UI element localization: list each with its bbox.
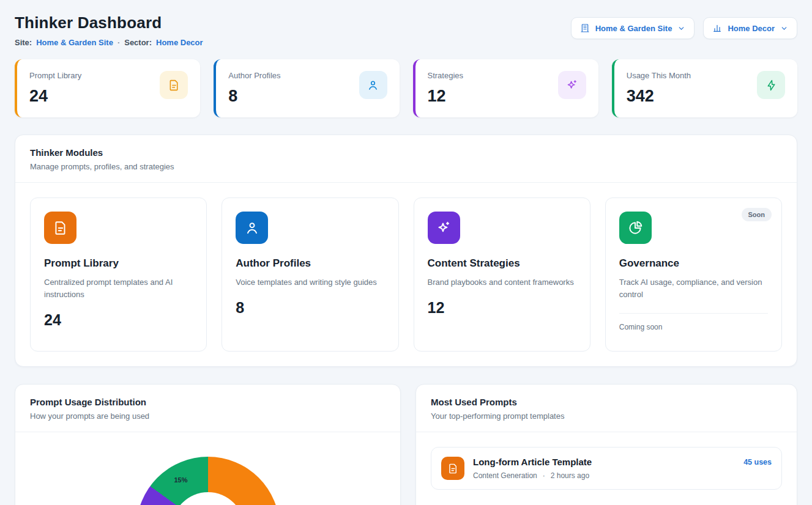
- usage-distribution-card: Prompt Usage Distribution How your promp…: [15, 384, 401, 505]
- module-value: 8: [236, 299, 384, 317]
- usage-card-title: Prompt Usage Distribution: [30, 397, 386, 407]
- module-value: 12: [428, 299, 576, 317]
- soon-badge: Soon: [742, 208, 772, 221]
- prompt-uses-badge: 45 uses: [743, 457, 772, 466]
- sector-selector-dropdown[interactable]: Home Decor: [703, 17, 797, 39]
- donut-chart: 15%: [136, 457, 280, 505]
- prompt-list-item[interactable]: Long-form Article Template Content Gener…: [431, 447, 782, 490]
- document-icon: [441, 457, 464, 480]
- prompt-time: 2 hours ago: [551, 471, 589, 480]
- stat-card-author-profiles: Author Profiles 8: [214, 59, 399, 117]
- sector-label: Sector:: [124, 38, 152, 47]
- prompt-info: Long-form Article Template Content Gener…: [473, 457, 735, 480]
- header-left: Thinker Dashboard Site: Home & Garden Si…: [15, 13, 203, 47]
- sector-selector-value: Home Decor: [728, 24, 775, 33]
- separator-dot: ·: [117, 38, 120, 47]
- module-card-author-profiles[interactable]: Author Profiles Voice templates and writ…: [222, 197, 398, 352]
- module-title: Prompt Library: [44, 257, 193, 270]
- stat-label: Usage This Month: [627, 71, 691, 80]
- page-title: Thinker Dashboard: [15, 13, 203, 32]
- site-selector-dropdown[interactable]: Home & Garden Site: [571, 17, 695, 39]
- stat-value: 12: [428, 87, 464, 106]
- dashboard-page: Thinker Dashboard Site: Home & Garden Si…: [0, 0, 812, 505]
- modules-title: Thinker Modules: [30, 147, 782, 158]
- stat-text: Usage This Month 342: [627, 71, 691, 106]
- most-used-title: Most Used Prompts: [431, 397, 782, 407]
- document-icon: [44, 212, 76, 244]
- module-title: Governance: [619, 257, 768, 270]
- stat-text: Prompt Library 24: [29, 71, 81, 106]
- module-card-governance[interactable]: Soon Governance Track AI usage, complian…: [605, 197, 782, 352]
- modules-subtitle: Manage prompts, profiles, and strategies: [30, 162, 782, 171]
- most-used-header: Most Used Prompts Your top-performing pr…: [416, 385, 797, 432]
- person-icon: [359, 71, 387, 99]
- bar-chart-icon: [712, 23, 722, 33]
- site-label: Site:: [15, 38, 32, 47]
- usage-card-subtitle: How your prompts are being used: [30, 411, 386, 421]
- module-description: Voice templates and writing style guides: [236, 276, 384, 289]
- stat-label: Prompt Library: [29, 71, 81, 80]
- most-used-prompts-card: Most Used Prompts Your top-performing pr…: [415, 384, 797, 505]
- module-card-content-strategies[interactable]: Content Strategies Brand playbooks and c…: [414, 197, 590, 352]
- bottom-row: Prompt Usage Distribution How your promp…: [15, 384, 797, 505]
- document-icon: [160, 71, 188, 99]
- prompt-title: Long-form Article Template: [473, 457, 735, 467]
- module-description: Track AI usage, compliance, and version …: [619, 276, 768, 301]
- sector-link[interactable]: Home Decor: [156, 38, 203, 47]
- breadcrumb: Site: Home & Garden Site · Sector: Home …: [15, 38, 203, 47]
- stat-card-strategies: Strategies 12: [413, 59, 598, 117]
- meta-dot: ·: [543, 471, 545, 480]
- module-title: Author Profiles: [236, 257, 384, 270]
- stats-row: Prompt Library 24 Author Profiles 8 Stra…: [15, 59, 797, 117]
- prompt-meta: Content Generation · 2 hours ago: [473, 471, 735, 480]
- prompt-category: Content Generation: [473, 471, 537, 480]
- most-used-subtitle: Your top-performing prompt templates: [431, 411, 782, 421]
- stat-label: Author Profiles: [228, 71, 280, 80]
- coming-soon-text: Coming soon: [619, 313, 768, 331]
- building-icon: [580, 23, 590, 33]
- donut-slice-label: 15%: [174, 476, 188, 484]
- pie-chart-icon: [619, 212, 652, 244]
- page-header: Thinker Dashboard Site: Home & Garden Si…: [15, 13, 797, 47]
- modules-panel-header: Thinker Modules Manage prompts, profiles…: [15, 135, 797, 183]
- header-selectors: Home & Garden Site Home Decor: [571, 17, 797, 39]
- sparkle-star-icon: [558, 71, 586, 99]
- module-card-prompt-library[interactable]: Prompt Library Centralized prompt templa…: [30, 197, 207, 352]
- stat-text: Author Profiles 8: [228, 71, 280, 106]
- stat-value: 8: [228, 87, 280, 106]
- stat-card-usage: Usage This Month 342: [612, 59, 797, 117]
- module-title: Content Strategies: [428, 257, 576, 270]
- modules-grid: Prompt Library Centralized prompt templa…: [15, 183, 797, 366]
- lightning-icon: [757, 71, 785, 99]
- stat-label: Strategies: [428, 71, 464, 80]
- stat-value: 24: [29, 87, 81, 106]
- thinker-modules-panel: Thinker Modules Manage prompts, profiles…: [15, 135, 797, 367]
- module-description: Brand playbooks and content frameworks: [428, 276, 576, 289]
- site-selector-value: Home & Garden Site: [595, 24, 672, 33]
- module-value: 24: [44, 311, 193, 329]
- person-icon: [236, 212, 268, 244]
- module-description: Centralized prompt templates and AI inst…: [44, 276, 193, 301]
- stat-text: Strategies 12: [428, 71, 464, 106]
- chevron-down-icon: [780, 24, 788, 32]
- usage-card-header: Prompt Usage Distribution How your promp…: [15, 385, 400, 432]
- chart-area: 15%: [15, 432, 400, 505]
- sparkle-star-icon: [428, 212, 460, 244]
- site-link[interactable]: Home & Garden Site: [36, 38, 113, 47]
- stat-value: 342: [627, 87, 691, 106]
- stat-card-prompt-library: Prompt Library 24: [15, 59, 200, 117]
- chevron-down-icon: [677, 24, 685, 32]
